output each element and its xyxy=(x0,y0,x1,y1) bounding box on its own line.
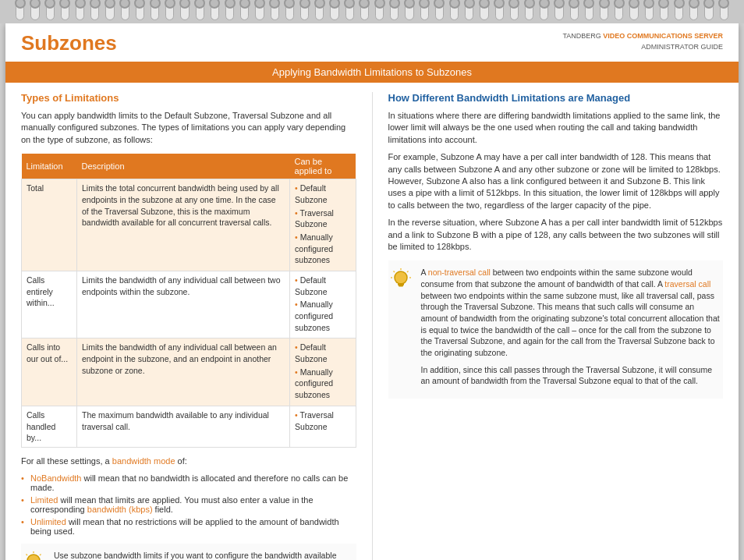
table-cell-limitation: Calls into our out of... xyxy=(22,338,77,406)
spiral-hole xyxy=(375,3,384,20)
spiral-hole xyxy=(30,3,39,20)
spiral-hole xyxy=(495,3,504,20)
info-line-1: Use subzone bandwidth limits if you want… xyxy=(54,550,356,560)
spiral-hole xyxy=(704,3,713,20)
spiral-hole xyxy=(540,3,548,20)
table-cell-applied-to: Default SubzoneManually configured subzo… xyxy=(290,338,356,406)
table-row: Calls into our out of...Limits the bandw… xyxy=(22,338,356,406)
spiral-hole xyxy=(525,3,533,20)
spiral-hole xyxy=(585,3,593,20)
left-section-title: Types of Limitations xyxy=(21,92,356,104)
right-para-3: In the reverse situation, where Subzone … xyxy=(388,217,724,253)
section-banner: Applying Bandwidth Limitations to Subzon… xyxy=(5,62,739,83)
spiral-hole xyxy=(689,3,698,20)
applied-to-item: Manually configured subzones xyxy=(295,299,350,333)
applied-to-item: Manually configured subzones xyxy=(295,367,350,401)
spiral-hole xyxy=(450,3,459,20)
info-text-left: Use subzone bandwidth limits if you want… xyxy=(54,550,356,560)
spiral-hole xyxy=(90,3,99,20)
left-column: Types of Limitations You can apply bandw… xyxy=(21,92,356,560)
spiral-hole xyxy=(675,3,683,20)
applied-to-item: Default Subzone xyxy=(295,275,350,297)
table-cell-applied-to: Traversal Subzone xyxy=(290,406,356,447)
spiral-hole xyxy=(660,3,668,20)
spiral-hole xyxy=(165,3,174,20)
subtitle-brand: TANDBERG xyxy=(562,32,603,40)
subtitle-guide: ADMINISTRATOR GUIDE xyxy=(641,43,723,51)
lightbulb-icon xyxy=(21,550,46,560)
spiral-hole xyxy=(615,3,623,20)
svg-rect-10 xyxy=(399,285,403,287)
table-cell-description: Limits the bandwidth of any individual c… xyxy=(77,271,290,338)
applied-to-item: Traversal Subzone xyxy=(295,409,350,432)
spiral-hole xyxy=(225,3,234,20)
spiral-hole xyxy=(420,3,429,20)
spiral-hole xyxy=(151,3,159,20)
bandwidth-mode-link[interactable]: bandwidth mode xyxy=(112,456,175,466)
spiral-hole xyxy=(315,3,324,20)
table-cell-applied-to: Default SubzoneTraversal SubzoneManually… xyxy=(290,179,356,271)
svg-point-8 xyxy=(395,271,407,284)
spiral-hole xyxy=(554,3,563,20)
spiral-hole xyxy=(180,3,189,20)
spiral-hole xyxy=(211,3,219,20)
spiral-hole xyxy=(720,3,728,20)
right-para-2: For example, Subzone A may have a per ca… xyxy=(388,151,724,211)
lightbulb-icon-right xyxy=(388,267,413,292)
banner-text: Applying Bandwidth Limitations to Subzon… xyxy=(272,66,472,78)
bullet-limited: Limited will mean that limits are applie… xyxy=(21,495,356,514)
page-title: Subzones xyxy=(21,31,117,55)
table-header-description: Description xyxy=(77,154,290,179)
spiral-hole xyxy=(629,3,638,20)
spiral-binding xyxy=(0,0,744,23)
subtitle-product: VIDEO COMMUNICATIONS SERVER xyxy=(603,32,723,40)
bullet-no-bandwidth: NoBandwidth will mean that no bandwidth … xyxy=(21,473,356,492)
table-cell-limitation: Total xyxy=(22,179,77,271)
spiral-hole xyxy=(285,3,294,20)
table-cell-applied-to: Default SubzoneManually configured subzo… xyxy=(290,271,356,338)
table-row: Calls handled by...The maximum bandwidth… xyxy=(22,406,356,447)
bullet-unlimited: Unlimited will mean that no restrictions… xyxy=(21,517,356,536)
svg-line-4 xyxy=(40,555,41,556)
main-content: Types of Limitations You can apply bandw… xyxy=(5,92,739,560)
right-para-1: In situations where there are differing … xyxy=(388,110,724,146)
spiral-hole xyxy=(465,3,473,20)
svg-point-0 xyxy=(27,555,40,560)
table-cell-limitation: Calls handled by... xyxy=(22,406,77,447)
spiral-hole xyxy=(435,3,444,20)
svg-line-12 xyxy=(407,271,409,273)
spiral-hole xyxy=(46,3,55,20)
doc-header: Subzones TANDBERG VIDEO COMMUNICATIONS S… xyxy=(5,23,739,62)
table-cell-limitation: Calls entirely within... xyxy=(22,271,77,338)
info-box-right: A non-traversal call between two endpoin… xyxy=(388,261,724,399)
spiral-hole xyxy=(271,3,279,20)
right-info-line-2: In addition, since this call passes thro… xyxy=(421,364,724,387)
spiral-hole xyxy=(300,3,309,20)
table-cell-description: Limits the bandwidth of any individual c… xyxy=(77,338,290,406)
bandwidth-bullets: NoBandwidth will mean that no bandwidth … xyxy=(21,473,356,536)
spiral-hole xyxy=(345,3,354,20)
spiral-hole xyxy=(390,3,399,20)
spiral-hole xyxy=(61,3,69,20)
spiral-hole xyxy=(240,3,249,20)
spiral-hole xyxy=(600,3,608,20)
table-cell-description: Limits the total concurrent bandwidth be… xyxy=(77,179,290,271)
limitations-table: Limitation Description Can be applied to… xyxy=(21,154,356,448)
spiral-hole xyxy=(255,3,264,20)
spiral-hole xyxy=(76,3,84,20)
bandwidth-note: For all these settings, a bandwidth mode… xyxy=(21,455,356,467)
spiral-hole xyxy=(645,3,654,20)
table-header-applied: Can be applied to xyxy=(290,154,356,179)
applied-to-item: Traversal Subzone xyxy=(295,207,350,230)
spiral-hole xyxy=(480,3,488,20)
applied-to-item: Default Subzone xyxy=(295,183,350,205)
svg-line-6 xyxy=(27,555,28,556)
applied-to-item: Manually configured subzones xyxy=(295,232,350,266)
spiral-hole xyxy=(16,3,24,20)
table-row: TotalLimits the total concurrent bandwid… xyxy=(22,179,356,271)
spiral-hole xyxy=(105,3,114,20)
spiral-hole xyxy=(330,3,338,20)
doc-subtitle: TANDBERG VIDEO COMMUNICATIONS SERVER ADM… xyxy=(562,31,723,52)
document: Subzones TANDBERG VIDEO COMMUNICATIONS S… xyxy=(5,23,739,560)
spiral-hole xyxy=(570,3,579,20)
